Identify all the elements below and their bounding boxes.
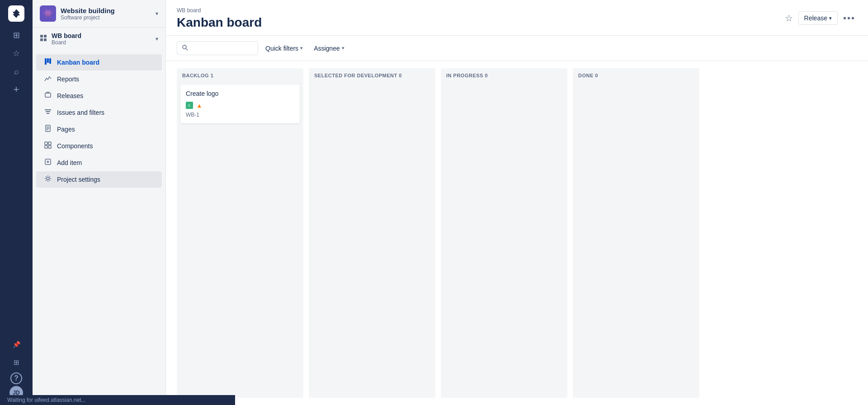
svg-rect-16 — [48, 142, 51, 145]
release-button[interactable]: Release ▾ — [798, 11, 838, 25]
sidebar-item-reports[interactable]: Reports — [36, 71, 162, 87]
svg-text:S: S — [188, 104, 190, 107]
column-body-backlog: Create logo S ▲ WB-1 — [177, 83, 303, 398]
card-id: WB-1 — [186, 112, 294, 118]
more-options-button[interactable]: ••• — [841, 11, 857, 25]
app-logo[interactable] — [8, 5, 24, 22]
search-nav-icon[interactable]: ⌕ — [8, 63, 24, 80]
priority-icon: ▲ — [196, 102, 203, 109]
main-header: WB board Kanban board ☆ Release ▾ ••• — [166, 0, 868, 36]
sidebar-nav: Kanban board Reports Releases Issues and… — [33, 50, 165, 192]
sidebar: 👾 Website building Software project ▾ WB… — [33, 0, 166, 405]
column-count-selected-dev: 0 — [399, 73, 402, 78]
sidebar-item-pages[interactable]: Pages — [36, 121, 162, 137]
svg-rect-6 — [49, 58, 51, 64]
card-meta: S ▲ — [186, 102, 294, 109]
svg-rect-10 — [47, 113, 49, 114]
column-title-in-progress: IN PROGRESS — [446, 73, 483, 78]
releases-icon — [43, 91, 52, 100]
column-header-backlog: BACKLOG 1 — [177, 68, 303, 83]
project-type: Software project — [61, 14, 151, 21]
svg-rect-15 — [45, 142, 47, 145]
board-name: WB board — [52, 32, 151, 39]
search-input[interactable] — [191, 45, 253, 52]
project-header[interactable]: 👾 Website building Software project ▾ — [33, 0, 165, 28]
sidebar-item-issues-filters[interactable]: Issues and filters — [36, 104, 162, 121]
sidebar-item-label: Pages — [57, 126, 75, 133]
column-body-in-progress — [441, 83, 567, 398]
sidebar-item-components[interactable]: Components — [36, 138, 162, 154]
column-title-selected-dev: SELECTED FOR DEVELOPMENT — [314, 73, 397, 78]
project-settings-icon — [43, 175, 52, 184]
add-item-icon — [43, 158, 52, 167]
sidebar-item-releases[interactable]: Releases — [36, 88, 162, 104]
issues-filters-icon — [43, 108, 52, 117]
release-chevron-icon: ▾ — [829, 15, 832, 21]
svg-rect-5 — [47, 58, 49, 63]
column-count-in-progress: 0 — [485, 73, 488, 78]
project-icon: 👾 — [40, 5, 56, 22]
svg-rect-18 — [48, 146, 51, 148]
board-area: BACKLOG 1 Create logo S ▲ WB-1 — [166, 61, 868, 405]
kanban-card-wb1[interactable]: Create logo S ▲ WB-1 — [180, 85, 300, 123]
column-body-done — [573, 83, 699, 398]
sidebar-item-label: Kanban board — [57, 59, 99, 66]
column-header-selected-dev: SELECTED FOR DEVELOPMENT 0 — [309, 68, 435, 83]
star-nav-icon[interactable]: ☆ — [8, 45, 24, 61]
assignee-label: Assignee — [314, 45, 340, 52]
svg-point-23 — [183, 45, 186, 49]
quick-filters-label: Quick filters — [265, 45, 298, 52]
status-bar: Waiting for uifeed.atlassian.net... — [0, 395, 235, 405]
svg-rect-17 — [45, 146, 47, 148]
header-left: WB board Kanban board — [177, 7, 262, 30]
board-column-selected-dev: SELECTED FOR DEVELOPMENT 0 — [309, 68, 435, 398]
svg-rect-3 — [44, 38, 47, 41]
sidebar-item-label: Components — [57, 142, 93, 150]
breadcrumb: WB board — [177, 7, 262, 14]
column-count-done: 0 — [595, 73, 598, 78]
board-sub: Board — [52, 39, 151, 46]
project-chevron-icon: ▾ — [156, 10, 158, 17]
sidebar-item-kanban-board[interactable]: Kanban board — [36, 54, 162, 71]
board-chevron-icon: ▾ — [156, 36, 158, 42]
nav-rail: ⊞ ☆ ⌕ + 📌 ⊞ ? JD — [0, 0, 33, 405]
create-nav-icon[interactable]: + — [8, 81, 24, 98]
page-title: Kanban board — [177, 15, 262, 30]
grid-nav-icon[interactable]: ⊞ — [8, 354, 24, 371]
sidebar-item-project-settings[interactable]: Project settings — [36, 171, 162, 188]
column-header-in-progress: IN PROGRESS 0 — [441, 68, 567, 83]
search-box[interactable] — [177, 41, 258, 55]
sidebar-item-label: Issues and filters — [57, 109, 104, 116]
help-nav-icon[interactable]: ? — [10, 372, 22, 384]
reports-icon — [43, 75, 52, 84]
toolbar: Quick filters ▾ Assignee ▾ — [166, 36, 868, 61]
svg-rect-8 — [45, 109, 51, 110]
svg-rect-7 — [45, 93, 51, 97]
quick-filters-button[interactable]: Quick filters ▾ — [262, 42, 307, 55]
sidebar-item-add-item[interactable]: Add item — [36, 155, 162, 171]
column-title-done: DONE — [578, 73, 594, 78]
assignee-chevron-icon: ▾ — [342, 45, 344, 51]
story-icon: S — [186, 102, 193, 109]
svg-rect-2 — [40, 38, 43, 41]
svg-point-22 — [47, 177, 49, 180]
project-name: Website building — [61, 7, 151, 14]
header-right: ☆ Release ▾ ••• — [783, 11, 857, 25]
components-icon — [43, 141, 52, 151]
column-header-done: DONE 0 — [573, 68, 699, 83]
star-button[interactable]: ☆ — [783, 11, 795, 25]
sidebar-item-label: Reports — [57, 75, 79, 83]
sidebar-item-label: Project settings — [57, 176, 100, 183]
board-column-in-progress: IN PROGRESS 0 — [441, 68, 567, 398]
svg-rect-9 — [46, 111, 50, 112]
board-header[interactable]: WB board Board ▾ — [33, 28, 165, 50]
pages-icon — [43, 125, 52, 134]
assignee-button[interactable]: Assignee ▾ — [310, 42, 348, 55]
pin-nav-icon[interactable]: 📌 — [8, 336, 24, 353]
home-nav-icon[interactable]: ⊞ — [8, 27, 24, 43]
sidebar-item-label: Releases — [57, 92, 83, 99]
board-column-backlog: BACKLOG 1 Create logo S ▲ WB-1 — [177, 68, 303, 398]
svg-line-24 — [186, 49, 188, 51]
column-body-selected-dev — [309, 83, 435, 398]
quick-filters-chevron-icon: ▾ — [300, 45, 303, 51]
